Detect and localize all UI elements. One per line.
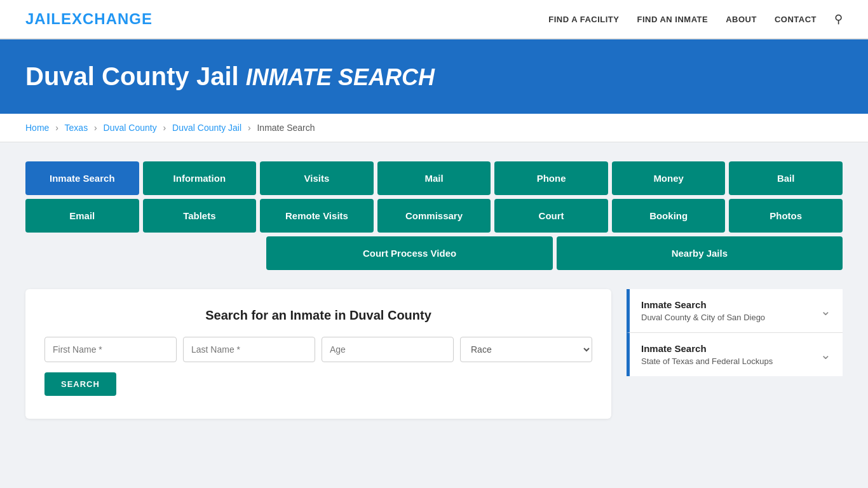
breadcrumb-duval-county[interactable]: Duval County [104,123,157,133]
tab-bail[interactable]: Bail [729,161,843,195]
navbar: JAILEXCHANGE FIND A FACILITY FIND AN INM… [0,0,868,39]
nav-find-inmate[interactable]: FIND AN INMATE [637,15,708,24]
sidebar-card-1[interactable]: Inmate Search Duval County & City of San… [627,289,843,333]
search-icon[interactable]: ⚲ [834,12,843,26]
nav-contact[interactable]: CONTACT [775,15,817,24]
breadcrumb-texas[interactable]: Texas [65,123,88,133]
tab-row-1: Inmate Search Information Visits Mail Ph… [25,161,843,195]
tab-court-process-video[interactable]: Court Process Video [266,236,552,270]
tab-row-2: Email Tablets Remote Visits Commissary C… [25,199,843,233]
breadcrumb-sep-2: › [94,123,97,133]
tab-inmate-search[interactable]: Inmate Search [25,161,139,195]
breadcrumb-duval-jail[interactable]: Duval County Jail [172,123,241,133]
tab-email[interactable]: Email [25,199,139,233]
nav-about[interactable]: ABOUT [726,15,757,24]
sidebar-card-1-title: Inmate Search [641,299,765,310]
nav-links: FIND A FACILITY FIND AN INMATE ABOUT CON… [548,12,843,26]
sidebar-card-1-subtitle: Duval County & City of San Diego [641,313,765,322]
chevron-down-icon-2: ⌄ [820,347,831,362]
tab-commissary[interactable]: Commissary [377,199,491,233]
hero-banner: Duval County Jail INMATE SEARCH [0,39,868,114]
tab-photos[interactable]: Photos [729,199,843,233]
tab-tablets[interactable]: Tablets [143,199,257,233]
breadcrumb-sep-1: › [55,123,58,133]
last-name-input[interactable] [183,337,315,362]
search-fields: Race White Black Hispanic Asian Other [44,337,592,362]
search-title: Search for an Inmate in Duval County [44,308,592,323]
search-button[interactable]: SEARCH [44,372,116,396]
search-panel: Search for an Inmate in Duval County Rac… [25,289,611,419]
tab-visits[interactable]: Visits [260,161,374,195]
breadcrumb-sep-3: › [163,123,166,133]
race-select[interactable]: Race White Black Hispanic Asian Other [460,337,592,362]
tab-information[interactable]: Information [143,161,257,195]
tab-nearby-jails[interactable]: Nearby Jails [557,236,843,270]
breadcrumb-home[interactable]: Home [25,123,49,133]
tab-court[interactable]: Court [494,199,608,233]
logo-part1: JAIL [25,10,61,27]
first-name-input[interactable] [44,337,177,362]
sidebar: Inmate Search Duval County & City of San… [627,289,843,419]
tab-phone[interactable]: Phone [494,161,608,195]
sidebar-card-2-subtitle: State of Texas and Federal Lockups [641,356,773,366]
breadcrumb: Home › Texas › Duval County › Duval Coun… [0,114,868,142]
tab-remote-visits[interactable]: Remote Visits [260,199,374,233]
breadcrumb-sep-4: › [248,123,251,133]
logo-part3: XCHANGE [72,10,153,27]
page-title: Duval County Jail INMATE SEARCH [25,62,843,91]
logo[interactable]: JAILEXCHANGE [25,10,153,28]
lower-section: Search for an Inmate in Duval County Rac… [25,289,843,419]
sidebar-card-2[interactable]: Inmate Search State of Texas and Federal… [627,333,843,376]
nav-find-facility[interactable]: FIND A FACILITY [548,15,619,24]
age-input[interactable] [322,337,454,362]
breadcrumb-current: Inmate Search [257,123,315,133]
tab-booking[interactable]: Booking [612,199,726,233]
tab-mail[interactable]: Mail [377,161,491,195]
main-content: Inmate Search Information Visits Mail Ph… [0,142,868,438]
chevron-down-icon: ⌄ [820,303,831,318]
sidebar-card-2-title: Inmate Search [641,343,773,354]
logo-part2: E [61,10,72,27]
tab-money[interactable]: Money [612,161,726,195]
tab-row-3: Court Process Video Nearby Jails [25,236,843,270]
